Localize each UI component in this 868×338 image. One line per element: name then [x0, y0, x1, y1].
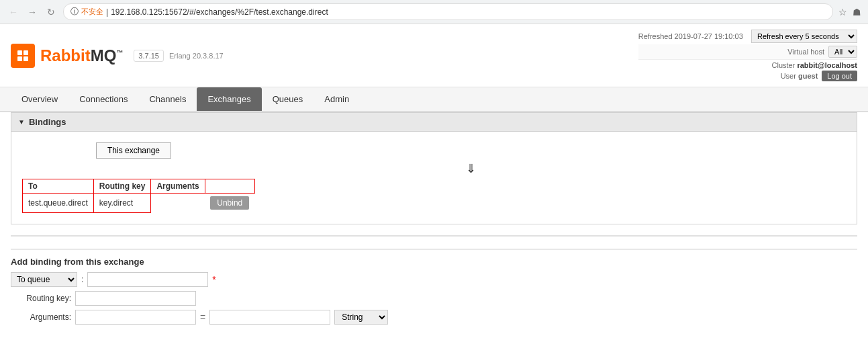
user-label: User guest	[781, 72, 818, 80]
bindings-table: To Routing key Arguments test.queue.dire…	[22, 179, 255, 213]
logo-icon	[11, 44, 35, 68]
address-separator: |	[106, 7, 108, 17]
binding-to: test.queue.direct	[23, 194, 94, 213]
browser-icons: ☆ ☗	[838, 7, 861, 17]
bindings-title: Bindings	[29, 117, 66, 127]
to-input[interactable]	[87, 272, 208, 287]
to-label: To queue To exchange	[11, 272, 77, 287]
reload-button[interactable]: ↻	[44, 5, 58, 19]
main-content: ▼ Bindings This exchange ⇓ To Routing ke…	[0, 112, 868, 338]
back-button[interactable]: ←	[7, 5, 20, 19]
logout-button[interactable]: Log out	[822, 71, 857, 81]
logo-area: RabbitMQ™ 3.7.15 Erlang 20.3.8.17	[11, 44, 224, 68]
binding-routing-key: key.direct	[93, 194, 151, 213]
bookmark-button[interactable]: ☆	[838, 7, 847, 17]
logo-rabbit: Rabbit	[40, 46, 91, 65]
host: 192.168.0.125	[111, 7, 162, 17]
security-icon: ⓘ	[70, 6, 79, 17]
svg-rect-3	[17, 56, 22, 61]
to-colon: :	[81, 275, 83, 284]
header-right: Refreshed 2019-07-27 19:10:03 Refresh ev…	[638, 30, 857, 81]
vhost-row: Virtual host All	[638, 44, 857, 60]
col-action	[205, 179, 254, 194]
col-routing-key: Routing key	[93, 179, 151, 194]
tab-admin[interactable]: Admin	[314, 87, 360, 111]
arguments-key-input[interactable]	[75, 310, 196, 325]
to-row: To queue To exchange : *	[11, 272, 857, 287]
routing-key-row: Routing key:	[11, 291, 857, 306]
arguments-label: Arguments:	[11, 312, 71, 322]
logo-mq: MQ	[91, 46, 117, 65]
add-binding-section: Add binding from this exchange To queue …	[11, 235, 857, 325]
security-label: 不安全	[81, 7, 103, 17]
cluster-info: Cluster rabbit@localhost	[638, 61, 857, 69]
col-to: To	[23, 179, 94, 194]
svg-rect-1	[17, 50, 22, 55]
app-header: RabbitMQ™ 3.7.15 Erlang 20.3.8.17 Refres…	[0, 24, 868, 87]
binding-arguments	[151, 194, 205, 213]
tab-exchanges[interactable]: Exchanges	[197, 87, 261, 111]
routing-key-input[interactable]	[75, 291, 196, 306]
unbind-button[interactable]: Unbind	[210, 196, 249, 210]
tab-overview[interactable]: Overview	[11, 87, 68, 111]
vhost-select[interactable]: All	[828, 46, 857, 58]
col-arguments: Arguments	[151, 179, 205, 194]
table-row: test.queue.direct key.direct Unbind	[23, 194, 255, 213]
exchange-box-container: This exchange ⇓	[96, 142, 846, 176]
tab-connections[interactable]: Connections	[68, 87, 138, 111]
binding-action: Unbind	[205, 194, 254, 213]
exchange-box[interactable]: This exchange	[96, 142, 171, 159]
profile-button[interactable]: ☗	[853, 7, 861, 17]
svg-rect-0	[13, 46, 32, 65]
add-binding-title: Add binding from this exchange	[11, 249, 857, 272]
browser-chrome: ← → ↻ ⓘ 不安全 | 192.168.0.125:15672/#/exch…	[0, 0, 868, 24]
equals-sign: =	[200, 312, 205, 323]
logo-text: RabbitMQ™	[40, 46, 123, 65]
arguments-value-input[interactable]	[209, 310, 330, 325]
main-nav: Overview Connections Channels Exchanges …	[0, 87, 868, 112]
to-select[interactable]: To queue To exchange	[11, 272, 77, 287]
tab-queues[interactable]: Queues	[262, 87, 314, 111]
svg-rect-2	[23, 50, 28, 55]
routing-key-label: Routing key:	[11, 294, 71, 303]
tab-channels[interactable]: Channels	[138, 87, 197, 111]
logo-tm: ™	[116, 49, 123, 56]
version-badge: 3.7.15	[134, 50, 164, 62]
refresh-select[interactable]: Refresh every 5 seconds Refresh every 10…	[751, 30, 857, 43]
bindings-section-header[interactable]: ▼ Bindings	[11, 112, 857, 132]
svg-rect-4	[23, 56, 28, 61]
arguments-row: Arguments: = String Integer Boolean	[11, 310, 857, 325]
required-star: *	[212, 274, 215, 285]
forward-button[interactable]: →	[26, 5, 39, 19]
bindings-arrow-icon: ▼	[18, 118, 25, 126]
type-select[interactable]: String Integer Boolean	[334, 310, 388, 325]
address-text: 192.168.0.125:15672/#/exchanges/%2F/test…	[111, 7, 328, 17]
user-row: User guest Log out	[638, 71, 857, 81]
address-bar[interactable]: ⓘ 不安全 | 192.168.0.125:15672/#/exchanges/…	[63, 3, 833, 20]
flow-arrow: ⇓	[96, 161, 846, 176]
bindings-section-body: This exchange ⇓ To Routing key Arguments…	[11, 132, 857, 224]
erlang-label: Erlang 20.3.8.17	[169, 52, 224, 60]
refreshed-info: Refreshed 2019-07-27 19:10:03 Refresh ev…	[638, 30, 857, 43]
